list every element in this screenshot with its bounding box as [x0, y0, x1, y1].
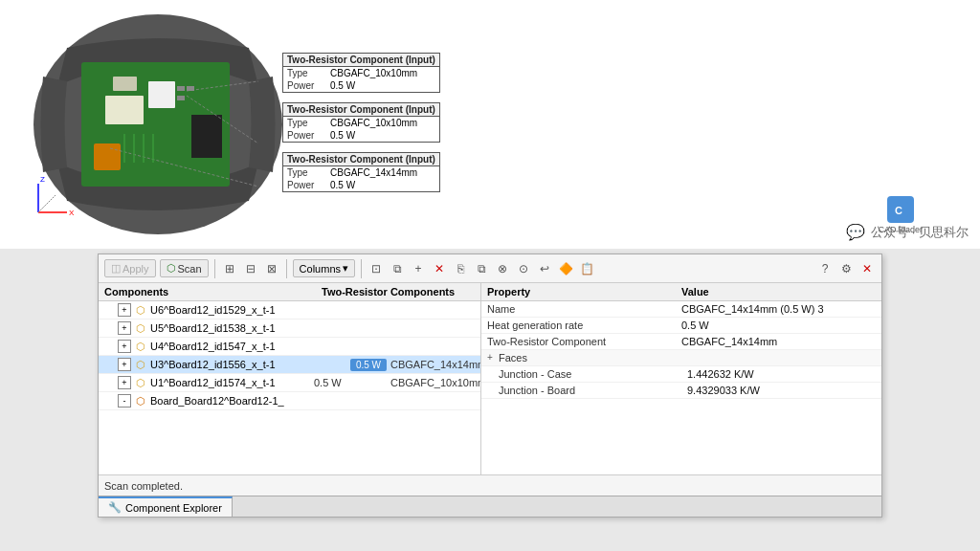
svg-text:C: C	[895, 205, 902, 216]
cad-loader-icon: C	[887, 196, 914, 223]
tree-row[interactable]: + ⬡ U3^Board12_id1556_x_t-1 0.5 W CBGAFC…	[99, 356, 480, 374]
component-explorer-panel: ◫ Apply ⬡ Scan ⊞ ⊟ ⊠ Columns ▾ ⊡ ⧉ + ✕ ⎘…	[98, 253, 882, 518]
tree-row[interactable]: + ⬡ U4^Board12_id1547_x_t-1	[99, 338, 480, 356]
columns-label: Columns	[300, 263, 341, 275]
icon-btn-2[interactable]: ⊟	[242, 260, 259, 277]
tooltip-3-power-key: Power	[283, 179, 326, 191]
status-bar: Scan completed.	[99, 474, 881, 496]
component-icon: ⬡	[134, 303, 147, 317]
icon-btn-1[interactable]: ⊞	[221, 260, 238, 277]
toolbar-right-group: ? ⚙ ✕	[816, 260, 876, 277]
tooltip-1-power-val: 0.5 W	[326, 79, 439, 92]
props-row: Junction - Case 1.442632 K/W	[481, 366, 881, 383]
expand-icon[interactable]: -	[118, 394, 131, 408]
axis-indicator: Z X	[29, 174, 77, 225]
prop-key: Two-Resistor Component	[487, 336, 681, 347]
cad-viewport: Z X Two-Resistor Component (Input) TypeC…	[0, 0, 980, 249]
component-explorer-tab[interactable]: 🔧 Component Explorer	[99, 496, 233, 517]
scan-label: Scan	[178, 263, 202, 275]
props-col2-header: Value	[681, 286, 876, 298]
tree-col1-header: Components	[104, 286, 322, 298]
prop-key: Junction - Board	[499, 385, 687, 396]
icon-btn-3[interactable]: ⊠	[263, 260, 280, 277]
apply-label: Apply	[122, 263, 149, 275]
svg-text:Z: Z	[40, 175, 45, 184]
tree-row[interactable]: + ⬡ U5^Board12_id1538_x_t-1	[99, 320, 480, 338]
settings-icon-btn[interactable]: ⚙	[837, 260, 855, 277]
props-row: Name CBGAFC_14x14mm (0.5 W) 3	[481, 301, 881, 318]
prop-value: CBGAFC_14x14mm (0.5 W) 3	[681, 303, 876, 315]
tooltip-1-header: Two-Resistor Component (Input)	[283, 54, 439, 67]
expand-icon[interactable]: +	[118, 303, 131, 317]
tree-panel: Components Two-Resistor Components + ⬡ U…	[99, 283, 481, 474]
expand-icon[interactable]: +	[118, 321, 131, 335]
svg-rect-5	[94, 143, 121, 170]
tree-row[interactable]: + ⬡ U6^Board12_id1529_x_t-1	[99, 301, 480, 320]
svg-rect-4	[148, 81, 175, 108]
props-header: Property Value	[481, 283, 881, 301]
tooltip-3-type-key: Type	[283, 166, 326, 179]
delete-icon-btn[interactable]: ✕	[431, 260, 448, 277]
prop-value: 1.442632 K/W	[687, 368, 876, 380]
tooltip-2-power-val: 0.5 W	[326, 129, 439, 142]
tree-item-value: 0.5 W	[314, 377, 390, 388]
component-icon: ⬡	[134, 394, 147, 408]
separator-1	[214, 259, 215, 278]
expand-icon[interactable]: +	[118, 340, 131, 353]
icon-btn-5[interactable]: ⧉	[389, 260, 406, 277]
columns-button[interactable]: Columns ▾	[293, 259, 355, 277]
svg-rect-7	[177, 86, 185, 91]
apply-button[interactable]: ◫ Apply	[104, 259, 156, 277]
tree-item-label: Board_Board12^Board12-1_	[150, 395, 314, 407]
watermark-text: 公众号 · 贝思科尔	[871, 224, 969, 241]
tooltip-2-type-key: Type	[283, 117, 326, 129]
apply-icon: ◫	[111, 262, 121, 275]
prop-key: Junction - Case	[499, 368, 687, 380]
indent-spacer	[487, 385, 499, 396]
toolbar: ◫ Apply ⬡ Scan ⊞ ⊟ ⊠ Columns ▾ ⊡ ⧉ + ✕ ⎘…	[99, 254, 881, 283]
properties-panel: Property Value Name CBGAFC_14x14mm (0.5 …	[481, 283, 881, 474]
wechat-icon: 💬	[846, 223, 865, 241]
tree-item-label: U6^Board12_id1529_x_t-1	[150, 304, 314, 316]
expand-icon[interactable]: +	[118, 358, 131, 371]
tooltip-2: Two-Resistor Component (Input) TypeCBGAF…	[282, 102, 440, 143]
paste-icon-btn[interactable]: ⧉	[473, 260, 490, 277]
component-icon: ⬡	[134, 376, 147, 389]
tooltip-3: Two-Resistor Component (Input) TypeCBGAF…	[282, 152, 440, 192]
props-row: Heat generation rate 0.5 W	[481, 318, 881, 334]
tree-row[interactable]: + ⬡ U1^Board12_id1574_x_t-1 0.5 W CBGAFC…	[99, 374, 480, 392]
icon-btn-7[interactable]: ⊙	[515, 260, 532, 277]
tree-col2-header: Two-Resistor Components	[322, 286, 475, 298]
component-icon: ⬡	[134, 358, 147, 371]
prop-key: Name	[487, 303, 681, 315]
icon-btn-4[interactable]: ⊡	[368, 260, 385, 277]
icon-btn-9[interactable]: 📋	[578, 260, 595, 277]
close-panel-btn[interactable]: ✕	[858, 260, 876, 277]
tab-label: Component Explorer	[125, 502, 222, 514]
props-row-group[interactable]: + Faces	[481, 350, 881, 366]
group-expand-icon[interactable]: +	[487, 352, 499, 364]
tree-row[interactable]: - ⬡ Board_Board12^Board12-1_	[99, 392, 480, 410]
props-row: Two-Resistor Component CBGAFC_14x14mm	[481, 334, 881, 350]
prop-key: Faces	[499, 352, 687, 364]
tooltip-1-type-val: CBGAFC_10x10mm	[326, 67, 439, 79]
svg-rect-3	[113, 77, 137, 91]
tree-item-label: U4^Board12_id1547_x_t-1	[150, 341, 314, 352]
prop-value	[687, 352, 876, 364]
component-tooltips: Two-Resistor Component (Input) TypeCBGAF…	[282, 53, 440, 192]
icon-btn-6[interactable]: ⊗	[494, 260, 511, 277]
svg-rect-6	[191, 115, 222, 158]
tab-icon: 🔧	[108, 501, 122, 514]
undo-icon-btn[interactable]: ↩	[536, 260, 553, 277]
copy-icon-btn[interactable]: ⎘	[452, 260, 469, 277]
add-icon-btn[interactable]: +	[410, 260, 427, 277]
help-icon-btn[interactable]: ?	[816, 260, 834, 277]
scan-button[interactable]: ⬡ Scan	[160, 259, 209, 277]
icon-btn-8[interactable]: 🔶	[557, 260, 574, 277]
svg-rect-9	[177, 96, 185, 100]
tooltip-1-power-key: Power	[283, 79, 326, 92]
expand-icon[interactable]: +	[118, 376, 131, 389]
value-badge: 0.5 W	[350, 359, 387, 371]
tree-item-label: U1^Board12_id1574_x_t-1	[150, 377, 314, 388]
prop-value: 0.5 W	[681, 320, 876, 331]
